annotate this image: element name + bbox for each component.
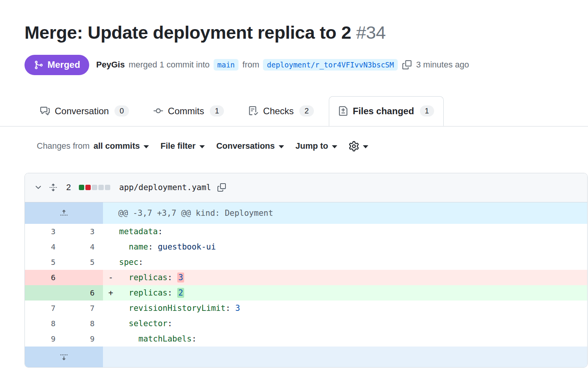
- code-line: spec:: [103, 255, 587, 270]
- git-commit-icon: [154, 106, 163, 116]
- code-token: [119, 304, 129, 313]
- code-text: replicas: 2: [119, 285, 184, 301]
- old-line-number[interactable]: 7: [25, 301, 64, 316]
- code-token: 3: [177, 273, 185, 282]
- expand-row-spacer: [103, 347, 587, 367]
- diff-line-context: 44 name: guestbook-ui: [25, 239, 587, 255]
- old-line-number[interactable]: 3: [25, 224, 64, 239]
- code-text: revisionHistoryLimit: 3: [119, 301, 240, 316]
- checklist-icon: [248, 106, 258, 116]
- head-branch-label[interactable]: deployment/r_tor4VFIvvN3bscSM: [263, 59, 398, 71]
- diff-table: @@ -3,7 +3,7 @@ kind: Deployment33metada…: [25, 202, 587, 367]
- caret-down-icon: [144, 145, 149, 148]
- old-line-number[interactable]: 5: [25, 255, 64, 270]
- caret-down-icon: [199, 145, 205, 148]
- jump-to-dropdown[interactable]: Jump to: [296, 141, 338, 151]
- code-text: matchLabels:: [119, 331, 196, 347]
- diffstat-neutral-square: [98, 185, 104, 190]
- file-filter-dropdown[interactable]: File filter: [160, 141, 205, 151]
- diff-toolbar: Changes from all commits File filter Con…: [0, 141, 588, 151]
- code-token: :: [167, 288, 172, 297]
- code-token: [172, 288, 177, 297]
- code-token: [172, 273, 177, 282]
- code-token: replicas: [129, 288, 167, 297]
- comment-discussion-icon: [40, 106, 50, 116]
- tab-label: Checks: [263, 106, 294, 117]
- code-text: spec:: [119, 255, 143, 270]
- tab-count: 1: [210, 105, 224, 117]
- git-merge-icon: [34, 60, 43, 70]
- diff-line-context: 88 selector:: [25, 316, 587, 331]
- old-line-number[interactable]: 9: [25, 331, 64, 347]
- diff-line-context: 77 revisionHistoryLimit: 3: [25, 301, 587, 316]
- new-line-number[interactable]: [64, 270, 103, 285]
- diff-sign: -: [108, 270, 119, 285]
- code-token: [119, 273, 129, 282]
- pr-tabs: Conversation0Commits1Checks2Files change…: [0, 96, 588, 126]
- code-token: :: [148, 242, 153, 251]
- diff-sign: +: [108, 285, 119, 301]
- changes-from-value: all commits: [93, 141, 140, 151]
- diff-line-context: 33metadata:: [25, 224, 587, 239]
- code-line: - replicas: 3: [103, 270, 587, 285]
- diff-expand-row: [25, 347, 587, 367]
- tab-commits[interactable]: Commits1: [144, 96, 234, 126]
- chevron-down-icon[interactable]: [34, 183, 42, 192]
- file-filter-label: File filter: [160, 141, 196, 151]
- expand-up-button[interactable]: [25, 202, 103, 224]
- author-link[interactable]: PeyGis: [96, 60, 125, 70]
- tab-count: 0: [114, 105, 129, 117]
- conversations-dropdown[interactable]: Conversations: [216, 141, 284, 151]
- new-line-number[interactable]: 6: [64, 285, 103, 301]
- pr-page: Merge: Update deployment replica to 2 #3…: [0, 0, 588, 368]
- status-label: Merged: [47, 59, 80, 71]
- new-line-number[interactable]: 9: [64, 331, 103, 347]
- old-line-number[interactable]: 8: [25, 316, 64, 331]
- expand-down-button[interactable]: [25, 347, 103, 367]
- new-line-number[interactable]: 5: [64, 255, 103, 270]
- code-text: name: guestbook-ui: [119, 239, 216, 255]
- tab-files-changed[interactable]: Files changed1: [329, 96, 444, 126]
- unfold-icon[interactable]: [49, 183, 57, 192]
- diff-line-context: 55spec:: [25, 255, 587, 270]
- code-token: name: [129, 242, 148, 251]
- code-token: revisionHistoryLimit: [129, 304, 225, 313]
- base-branch-label[interactable]: main: [214, 59, 239, 71]
- code-text: metadata:: [119, 224, 163, 239]
- new-line-number[interactable]: 7: [64, 301, 103, 316]
- copy-file-path-icon[interactable]: [217, 183, 226, 192]
- copy-branch-icon[interactable]: [402, 60, 412, 69]
- tab-count: 2: [299, 105, 314, 117]
- diff-line-del: 6- replicas: 3: [25, 270, 587, 285]
- diff-settings-dropdown[interactable]: [349, 141, 368, 151]
- old-line-number[interactable]: 6: [25, 270, 64, 285]
- new-line-number[interactable]: 4: [64, 239, 103, 255]
- new-line-number[interactable]: 3: [64, 224, 103, 239]
- new-line-number[interactable]: 8: [64, 316, 103, 331]
- diffstat-addition-square: [79, 185, 84, 190]
- code-token: [230, 304, 235, 313]
- code-token: [119, 319, 129, 328]
- diff-sign: [108, 301, 119, 316]
- caret-down-icon: [332, 145, 337, 148]
- diffstat-neutral-square: [92, 185, 97, 190]
- tab-conversation[interactable]: Conversation0: [31, 96, 139, 126]
- code-line: metadata:: [103, 224, 587, 239]
- code-line: revisionHistoryLimit: 3: [103, 301, 587, 316]
- old-line-number[interactable]: [25, 285, 64, 301]
- code-token: [119, 288, 129, 297]
- old-line-number[interactable]: 4: [25, 239, 64, 255]
- diff-line-add: 6+ replicas: 2: [25, 285, 587, 301]
- diff-sign: [108, 239, 119, 255]
- caret-down-icon: [279, 145, 284, 148]
- changes-from-dropdown[interactable]: Changes from all commits: [37, 141, 149, 151]
- pr-number: #34: [356, 22, 386, 43]
- diff-line-context: 99 matchLabels:: [25, 331, 587, 347]
- fold-up-icon: [60, 209, 68, 217]
- diffstat-squares: [79, 185, 110, 190]
- code-token: [119, 334, 139, 343]
- tab-checks[interactable]: Checks2: [239, 96, 323, 126]
- diff-panel: 2 app/deployment.yaml @@ -3,7 +3,7 @@ ki…: [24, 173, 588, 368]
- tab-count: 1: [420, 105, 434, 117]
- diff-sign: [108, 255, 119, 270]
